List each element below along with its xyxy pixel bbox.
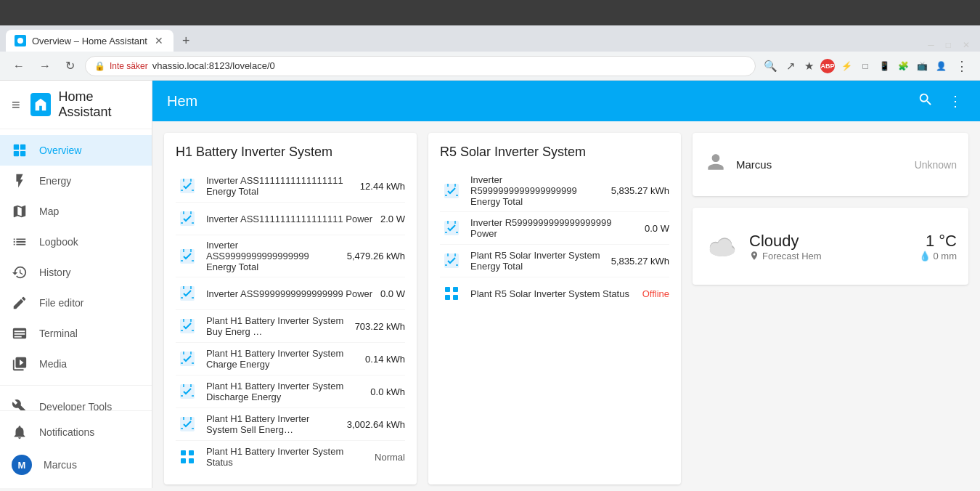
share-button[interactable]: ↗ [784, 57, 798, 75]
user-item[interactable]: M Marcus [0, 447, 152, 482]
svg-rect-20 [445, 287, 450, 292]
entity-row[interactable]: Plant H1 Battery Inverter System Sell En… [176, 408, 405, 441]
entity-row[interactable]: Plant H1 Battery Inverter System Charge … [176, 343, 405, 376]
sidebar-menu-button[interactable]: ≡ [12, 97, 20, 113]
window-minimize-button[interactable]: ─ [923, 38, 939, 52]
tab-close-button[interactable]: ✕ [153, 35, 165, 46]
svg-rect-16 [181, 458, 186, 463]
entity-row[interactable]: Inverter ASS9999999999999999 Energy Tota… [176, 235, 405, 277]
entity-row[interactable]: Plant R5 Solar Inverter System Energy To… [440, 245, 669, 277]
weather-row: Cloudy Forecast Hem 1 °C 💧 [704, 219, 957, 273]
tab-bar: Overview – Home Assistant ✕ + ─ □ ✕ [0, 25, 980, 52]
sidebar-item-energy[interactable]: Energy [0, 166, 152, 196]
entity-name: Plant R5 Solar Inverter System Energy To… [470, 250, 604, 272]
browser-tab[interactable]: Overview – Home Assistant ✕ [6, 30, 173, 52]
topbar-search-button[interactable] [915, 89, 936, 114]
logbook-icon [12, 234, 28, 250]
new-tab-button[interactable]: + [176, 31, 196, 52]
user-avatar: M [12, 455, 32, 475]
sidebar-item-developer-tools-label: Developer Tools [39, 401, 112, 410]
notifications-icon [12, 424, 28, 440]
main-content: H1 Battery Inverter System Inverter ASS1… [152, 121, 980, 488]
entity-icon [176, 445, 199, 468]
sidebar-item-media[interactable]: Media [0, 349, 152, 379]
tab-title: Overview – Home Assistant [32, 36, 147, 46]
sidebar-item-energy-label: Energy [39, 175, 71, 187]
sidebar-item-map-label: Map [39, 206, 59, 217]
sidebar-item-file-editor[interactable]: File editor [0, 288, 152, 318]
secure-icon: 🔒 [94, 61, 105, 71]
entity-name: Plant H1 Battery Inverter System Charge … [206, 348, 358, 370]
back-button[interactable]: ← [9, 57, 29, 76]
entity-row[interactable]: Inverter ASS1111111111111111 Power2.0 W [176, 203, 405, 235]
sidebar-item-history-label: History [39, 267, 71, 278]
map-icon [12, 203, 28, 219]
svg-rect-14 [189, 450, 194, 455]
browser-title-bar [0, 0, 980, 25]
sidebar-item-overview-label: Overview [39, 145, 81, 156]
svg-rect-4 [20, 151, 25, 156]
terminal-icon [12, 325, 28, 341]
svg-rect-2 [20, 145, 25, 150]
entity-row[interactable]: Plant R5 Solar Inverter System StatusOff… [440, 277, 669, 309]
sidebar-item-terminal[interactable]: Terminal [0, 318, 152, 349]
svg-point-29 [717, 239, 732, 253]
entity-row[interactable]: Inverter ASS9999999999999999 Power0.0 W [176, 277, 405, 310]
h1-card-title: H1 Battery Inverter System [176, 145, 405, 160]
entity-icon [176, 207, 199, 230]
entity-value: 0.14 kWh [365, 354, 405, 365]
entity-value: 12.44 kWh [360, 181, 405, 192]
notifications-item[interactable]: Notifications [0, 417, 152, 447]
window-close-button[interactable]: ✕ [958, 38, 974, 52]
person-card: Marcus Unknown [693, 133, 968, 196]
entity-row[interactable]: Inverter R5999999999999999999 Power0.0 W [440, 212, 669, 245]
weather-right: 1 °C 💧 0 mm [919, 232, 957, 261]
sidebar-item-map[interactable]: Map [0, 196, 152, 227]
entity-row[interactable]: Plant H1 Battery Inverter System StatusN… [176, 441, 405, 473]
entity-name: Inverter ASS9999999999999999 Energy Tota… [206, 240, 340, 272]
weather-main: Cloudy Forecast Hem [749, 232, 910, 261]
ext-icon-3[interactable]: 📱 [877, 59, 891, 73]
weather-temperature: 1 °C [919, 232, 957, 251]
bookmark-button[interactable]: ★ [802, 57, 816, 75]
svg-point-0 [17, 38, 23, 44]
entity-row[interactable]: Plant H1 Battery Inverter System Dischar… [176, 376, 405, 408]
entity-name: Inverter ASS1111111111111111 Power [206, 214, 373, 224]
weather-icon [704, 228, 740, 264]
sidebar-item-terminal-label: Terminal [39, 328, 78, 339]
reload-button[interactable]: ↻ [61, 56, 79, 76]
entity-name: Plant H1 Battery Inverter System Sell En… [206, 413, 340, 435]
entity-row[interactable]: Inverter R5999999999999999999 Energy Tot… [440, 170, 669, 212]
sidebar-item-history[interactable]: History [0, 257, 152, 288]
forward-button[interactable]: → [35, 57, 55, 76]
url-text: vhassio.local:8123/lovelace/0 [152, 60, 275, 71]
extensions-button[interactable]: 🧩 [896, 59, 910, 73]
profile-button[interactable]: 👤 [934, 59, 948, 73]
url-bar[interactable]: 🔒 Inte säker vhassio.local:8123/lovelace… [85, 56, 756, 76]
sidebar-bottom: Notifications M Marcus [0, 410, 152, 488]
window-maximize-button[interactable]: □ [942, 38, 955, 52]
ha-logo [30, 93, 52, 116]
topbar-more-button[interactable]: ⋮ [945, 89, 965, 113]
sidebar-item-logbook[interactable]: Logbook [0, 227, 152, 257]
ext-icon-1[interactable]: ⚡ [839, 59, 854, 73]
energy-icon [12, 173, 28, 189]
entity-value: Normal [375, 452, 405, 463]
entity-row[interactable]: Inverter ASS1111111111111111 Energy Tota… [176, 170, 405, 203]
entity-value: 0.0 kWh [370, 386, 405, 397]
sidebar-item-developer-tools[interactable]: Developer Tools [0, 391, 152, 410]
entity-row[interactable]: Plant H1 Battery Inverter System Buy Ene… [176, 310, 405, 343]
ext-icon-2[interactable]: □ [858, 59, 873, 73]
history-icon [12, 264, 28, 280]
search-lens-button[interactable]: 🔍 [761, 57, 780, 75]
browser-menu-button[interactable]: ⋮ [952, 58, 971, 74]
svg-rect-21 [453, 287, 458, 292]
svg-rect-1 [14, 145, 19, 150]
entity-name: Plant H1 Battery Inverter System Dischar… [206, 381, 363, 402]
cast-button[interactable]: 📺 [915, 59, 929, 73]
entity-value: 5,479.26 kWh [347, 251, 405, 261]
weather-location-text: Forecast Hem [762, 251, 822, 261]
sidebar-item-overview[interactable]: Overview [0, 135, 152, 166]
weather-precipitation: 💧 0 mm [919, 251, 957, 261]
abp-extension-icon[interactable]: ABP [820, 59, 835, 73]
